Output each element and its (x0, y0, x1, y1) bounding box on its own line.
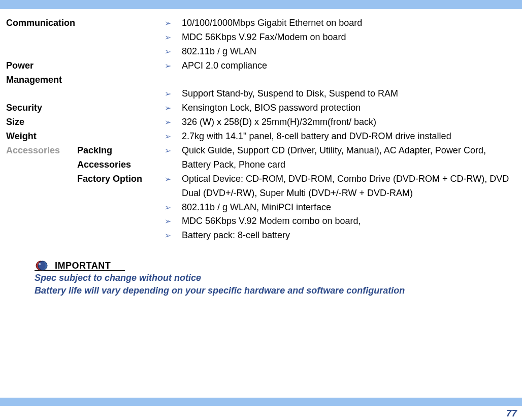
spec-row: ➢MDC 56Kbps V.92 Modem combo on board, (6, 214, 516, 229)
spec-row: Security➢Kensington Lock, BIOS password … (6, 101, 516, 115)
spec-item-text: 802.11b / g WLAN, MiniPCI interface (182, 201, 512, 215)
spec-item-text: Kensington Lock, BIOS password protectio… (182, 101, 512, 115)
spec-item-text: Quick Guide, Support CD (Driver, Utility… (182, 144, 512, 172)
footer-bar (0, 398, 522, 406)
spec-item: ➢10/100/1000Mbps Gigabit Ethernet on boa… (157, 16, 516, 30)
triangle-bullet-icon: ➢ (157, 214, 182, 228)
spec-row: Communication➢10/100/1000Mbps Gigabit Et… (6, 16, 516, 30)
spec-row: AccessoriesPacking Accessories➢Quick Gui… (6, 144, 516, 172)
spec-items: ➢Kensington Lock, BIOS password protecti… (157, 101, 516, 115)
spec-category: Security (6, 101, 77, 115)
spec-items: ➢802.11b / g WLAN, MiniPCI interface (157, 201, 516, 215)
spec-category: Power Management (6, 59, 77, 87)
spec-items: ➢MDC 56Kbps V.92 Fax/Modem on board (157, 30, 516, 45)
spec-item-text: MDC 56Kbps V.92 Fax/Modem on board (182, 30, 512, 45)
spec-row: ➢Support Stand-by, Suspend to Disk, Susp… (6, 87, 516, 101)
spec-item-text: 2.7kg with 14.1" panel, 8-cell battery a… (182, 130, 512, 144)
triangle-bullet-icon: ➢ (157, 144, 182, 157)
important-header: IMPORTANT (35, 260, 126, 271)
spec-row: ➢802.11b / g WLAN, MiniPCI interface (6, 201, 516, 215)
spec-row: Power Management➢APCI 2.0 compliance (6, 59, 516, 87)
spec-item-text: APCI 2.0 compliance (182, 59, 512, 73)
spec-item: ➢Kensington Lock, BIOS password protecti… (157, 101, 516, 115)
spec-items: ➢APCI 2.0 compliance (157, 59, 516, 73)
triangle-bullet-icon: ➢ (157, 16, 182, 30)
triangle-bullet-icon: ➢ (157, 59, 182, 73)
spec-subcategory: Packing Accessories (77, 144, 157, 172)
svg-point-1 (38, 261, 47, 270)
svg-point-2 (39, 263, 41, 265)
triangle-bullet-icon: ➢ (157, 101, 182, 115)
spec-item: ➢APCI 2.0 compliance (157, 59, 516, 73)
important-icon (35, 260, 50, 271)
spec-subcategory: Factory Option (77, 172, 157, 186)
spec-item-text: Battery pack: 8-cell battery (182, 229, 512, 243)
triangle-bullet-icon: ➢ (157, 87, 182, 101)
spec-items: ➢10/100/1000Mbps Gigabit Ethernet on boa… (157, 16, 516, 30)
important-label: IMPORTANT (55, 261, 111, 271)
spec-row: ➢Battery pack: 8-cell battery (6, 229, 516, 243)
important-note-line: Battery life will vary depending on your… (35, 284, 516, 297)
triangle-bullet-icon: ➢ (157, 201, 182, 214)
spec-table: Communication➢10/100/1000Mbps Gigabit Et… (6, 16, 516, 243)
important-note-line: Spec subject to change without notice (35, 272, 516, 284)
spec-item: ➢Optical Device: CD-ROM, DVD-ROM, Combo … (157, 172, 516, 201)
spec-item: ➢Quick Guide, Support CD (Driver, Utilit… (157, 144, 516, 172)
spec-row: ➢802.11b / g WLAN (6, 45, 516, 59)
spec-items: ➢802.11b / g WLAN (157, 45, 516, 59)
spec-category: Size (6, 115, 77, 130)
spec-row: Factory Option➢Optical Device: CD-ROM, D… (6, 172, 516, 201)
spec-item-text: 326 (W) x 258(D) x 25mm(H)/32mm(front/ b… (182, 115, 512, 130)
important-notes: Spec subject to change without noticeBat… (35, 272, 516, 297)
spec-item-text: MDC 56Kbps V.92 Modem combo on board, (182, 214, 512, 229)
important-block: IMPORTANT Spec subject to change without… (35, 260, 516, 297)
spec-item: ➢MDC 56Kbps V.92 Fax/Modem on board (157, 30, 516, 45)
spec-items: ➢Quick Guide, Support CD (Driver, Utilit… (157, 144, 516, 172)
spec-item: ➢802.11b / g WLAN (157, 45, 516, 59)
spec-category: Communication (6, 16, 77, 30)
triangle-bullet-icon: ➢ (157, 229, 182, 242)
triangle-bullet-icon: ➢ (157, 45, 182, 58)
spec-item: ➢Support Stand-by, Suspend to Disk, Susp… (157, 87, 516, 101)
spec-item-text: 802.11b / g WLAN (182, 45, 512, 59)
triangle-bullet-icon: ➢ (157, 130, 182, 143)
spec-category: Accessories (6, 144, 77, 158)
page-number: 77 (506, 408, 517, 419)
spec-item-text: 10/100/1000Mbps Gigabit Ethernet on boar… (182, 16, 512, 30)
spec-item: ➢2.7kg with 14.1" panel, 8-cell battery … (157, 130, 516, 144)
spec-item: ➢326 (W) x 258(D) x 25mm(H)/32mm(front/ … (157, 115, 516, 130)
spec-category: Weight (6, 130, 77, 144)
triangle-bullet-icon: ➢ (157, 30, 182, 44)
spec-item-text: Optical Device: CD-ROM, DVD-ROM, Combo D… (182, 172, 512, 201)
spec-row: Weight➢2.7kg with 14.1" panel, 8-cell ba… (6, 130, 516, 144)
triangle-bullet-icon: ➢ (157, 115, 182, 129)
spec-items: ➢Battery pack: 8-cell battery (157, 229, 516, 243)
spec-items: ➢326 (W) x 258(D) x 25mm(H)/32mm(front/ … (157, 115, 516, 130)
spec-items: ➢Support Stand-by, Suspend to Disk, Susp… (157, 87, 516, 101)
triangle-bullet-icon: ➢ (157, 172, 182, 186)
spec-row: Size➢326 (W) x 258(D) x 25mm(H)/32mm(fro… (6, 115, 516, 130)
spec-item-text: Support Stand-by, Suspend to Disk, Suspe… (182, 87, 512, 101)
spec-item: ➢Battery pack: 8-cell battery (157, 229, 516, 243)
content-area: Communication➢10/100/1000Mbps Gigabit Et… (0, 9, 522, 297)
spec-items: ➢MDC 56Kbps V.92 Modem combo on board, (157, 214, 516, 229)
spec-row: ➢MDC 56Kbps V.92 Fax/Modem on board (6, 30, 516, 45)
spec-items: ➢2.7kg with 14.1" panel, 8-cell battery … (157, 130, 516, 144)
spec-item: ➢MDC 56Kbps V.92 Modem combo on board, (157, 214, 516, 229)
header-bar (0, 0, 522, 9)
spec-item: ➢802.11b / g WLAN, MiniPCI interface (157, 201, 516, 215)
spec-items: ➢Optical Device: CD-ROM, DVD-ROM, Combo … (157, 172, 516, 201)
